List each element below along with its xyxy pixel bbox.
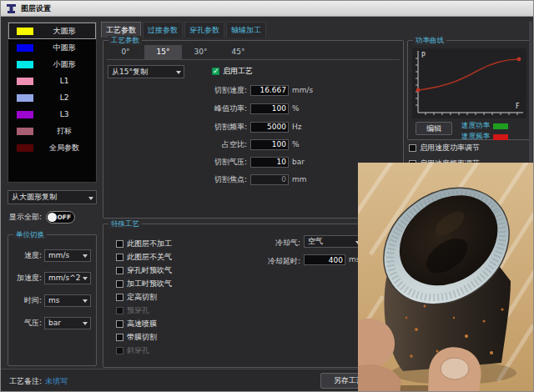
dropdown-arrow-icon bbox=[83, 322, 88, 325]
x-axis-label: F bbox=[516, 103, 520, 110]
speed-unit-dropdown[interactable]: mm/s bbox=[44, 249, 91, 262]
curve-end-point[interactable] bbox=[517, 58, 521, 62]
copy-from-layer-dropdown[interactable]: 从大圆形复制 bbox=[8, 190, 97, 204]
cooling-gas-label: 冷却气: bbox=[237, 238, 300, 249]
layer-settings-window: 图层设置 大圆形 中圆形 小圆形 L1 L2 L3 打标 bbox=[0, 0, 534, 392]
scrollbar[interactable] bbox=[529, 21, 532, 163]
cooling-delay-input[interactable] bbox=[304, 254, 345, 265]
param-row: 切割速度: mm/s bbox=[103, 84, 403, 96]
layer-item[interactable]: 打标 bbox=[8, 123, 96, 139]
cut-focus-input[interactable] bbox=[250, 174, 289, 185]
layer-item[interactable]: 大圆形 bbox=[8, 23, 96, 39]
dropdown-arrow-icon bbox=[83, 254, 88, 258]
copy-from-angle-dropdown[interactable]: 从15°复制 bbox=[108, 65, 184, 78]
checkbox-highspeed-film[interactable]: 高速喷膜 bbox=[116, 319, 157, 329]
legend-green-swatch bbox=[493, 123, 508, 129]
param-row: 占空比: % bbox=[103, 138, 403, 150]
dropdown-arrow-icon bbox=[83, 299, 88, 303]
process-remark: 工艺备注: 未填写 bbox=[9, 376, 68, 387]
cut-speed-input[interactable] bbox=[250, 85, 289, 96]
layer-item[interactable]: 中圆形 bbox=[8, 39, 96, 56]
group-title: 功率曲线 bbox=[413, 36, 446, 45]
legend-row: 速度功率 bbox=[461, 121, 508, 131]
checkbox-icon bbox=[116, 280, 123, 288]
thumb-nail bbox=[441, 358, 469, 379]
title-bar: 图层设置 bbox=[1, 1, 533, 17]
show-all-toggle[interactable]: OFF bbox=[46, 211, 75, 224]
cooling-gas-dropdown[interactable]: 空气 bbox=[304, 235, 364, 248]
checkbox-bevel-pierce: 斜穿孔 bbox=[116, 345, 149, 356]
layer-color-swatch bbox=[17, 78, 33, 85]
angle-tab-0[interactable]: 0° bbox=[107, 45, 144, 59]
toggle-knob-icon bbox=[48, 213, 57, 222]
checkbox-icon bbox=[116, 254, 123, 261]
layer-color-swatch bbox=[17, 44, 33, 52]
checkbox-icon bbox=[116, 334, 123, 341]
unit-row: 气压: bar bbox=[8, 316, 96, 329]
enable-process-checkbox[interactable]: 启用工艺 bbox=[212, 66, 253, 77]
y-axis-label: P bbox=[421, 52, 426, 59]
angle-tab-30[interactable]: 30° bbox=[182, 45, 219, 59]
unit-row: 速度: mm/s bbox=[8, 249, 96, 262]
angle-tab-15[interactable]: 15° bbox=[144, 45, 182, 59]
window-title: 图层设置 bbox=[21, 3, 51, 14]
layer-color-swatch bbox=[17, 144, 33, 152]
checkbox-film-cut[interactable]: 带膜切割 bbox=[116, 332, 157, 343]
layer-color-swatch bbox=[17, 28, 33, 35]
dropdown-arrow-icon bbox=[88, 197, 93, 200]
tab-pierce-params[interactable]: 穿孔参数 bbox=[184, 22, 224, 38]
checkbox-pre-pierce: 预穿孔 bbox=[116, 305, 149, 316]
angle-tab-45[interactable]: 45° bbox=[219, 45, 257, 59]
layer-list: 大圆形 中圆形 小圆形 L1 L2 L3 打标 全局参数 bbox=[8, 22, 97, 183]
layer-item[interactable]: 全局参数 bbox=[8, 139, 96, 156]
layer-item[interactable]: L3 bbox=[8, 106, 96, 123]
unit-switch-group: 单位切换 速度: mm/s 加速度: mm/s^2 时间: ms 气压: bbox=[8, 234, 97, 366]
unit-row: 时间: ms bbox=[8, 294, 96, 307]
checkbox-fixed-height-cut[interactable]: 定高切割 bbox=[116, 292, 157, 303]
edit-curve-button[interactable]: 编辑 bbox=[416, 122, 452, 135]
cut-pressure-input[interactable] bbox=[250, 157, 289, 168]
curve-start-point[interactable] bbox=[416, 88, 421, 93]
photo-overlay-bevel-cut-tube bbox=[358, 163, 534, 392]
tab-axis-aux[interactable]: 轴辅加工 bbox=[226, 22, 266, 38]
legend-red-swatch bbox=[493, 134, 508, 140]
time-unit-dropdown[interactable]: ms bbox=[44, 294, 91, 307]
power-curve-chart: P F bbox=[412, 48, 526, 118]
cut-frequency-input[interactable] bbox=[250, 122, 289, 133]
angle-tabs: 0° 15° 30° 45° bbox=[107, 45, 400, 60]
checkbox-preblow-process[interactable]: 加工时预吹气 bbox=[116, 279, 172, 289]
group-title: 工艺参数 bbox=[108, 36, 142, 45]
power-curve-group: 功率曲线 P F 编辑 速度功率 bbox=[407, 40, 532, 140]
checkbox-layer-no-process[interactable]: 此图层不加工 bbox=[116, 239, 172, 249]
checkbox-icon bbox=[409, 144, 416, 152]
checkbox-icon bbox=[116, 294, 123, 301]
show-all-row: 显示全部: OFF bbox=[9, 211, 75, 224]
checkbox-icon bbox=[116, 320, 123, 328]
remark-value-link[interactable]: 未填写 bbox=[45, 376, 68, 387]
checkbox-enable-speed-power[interactable]: 启用速度功率调节 bbox=[409, 143, 480, 153]
layer-color-swatch bbox=[17, 94, 33, 102]
pressure-unit-dropdown[interactable]: bar bbox=[44, 317, 91, 329]
layer-item[interactable]: L2 bbox=[8, 89, 96, 106]
app-logo-icon bbox=[6, 3, 17, 14]
cooling-delay-label: 冷却延时: bbox=[229, 256, 300, 267]
checkbox-preblow-pierce[interactable]: 穿孔时预吹气 bbox=[116, 265, 172, 276]
layer-color-swatch bbox=[17, 61, 33, 68]
layer-color-swatch bbox=[17, 128, 33, 135]
param-row: 峰值功率: % bbox=[103, 103, 403, 114]
layer-item[interactable]: 小圆形 bbox=[8, 56, 96, 73]
param-row: 切割频率: Hz bbox=[103, 121, 403, 133]
unit-row: 加速度: mm/s^2 bbox=[8, 271, 96, 284]
group-title: 单位切换 bbox=[13, 230, 47, 239]
dropdown-arrow-icon bbox=[83, 277, 88, 280]
duty-cycle-input[interactable] bbox=[250, 139, 289, 150]
peak-power-input[interactable] bbox=[250, 103, 289, 114]
group-title: 特殊工艺 bbox=[108, 219, 142, 229]
checkbox-layer-gas-on[interactable]: 此图层不关气 bbox=[116, 252, 172, 263]
accel-unit-dropdown[interactable]: mm/s^2 bbox=[44, 272, 91, 284]
checkbox-icon bbox=[116, 307, 123, 314]
show-all-label: 显示全部: bbox=[9, 212, 42, 223]
checkbox-icon bbox=[116, 240, 123, 248]
layer-item[interactable]: L1 bbox=[8, 73, 96, 89]
tab-joint-params[interactable]: 过接参数 bbox=[143, 22, 183, 38]
